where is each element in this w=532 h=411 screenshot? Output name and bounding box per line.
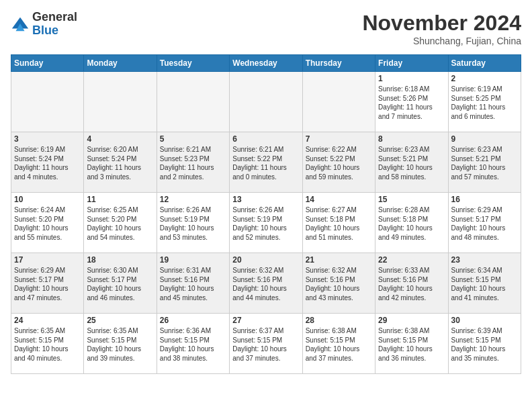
week-row-5: 24Sunrise: 6:35 AM Sunset: 5:15 PM Dayli… <box>11 314 521 374</box>
logo: General Blue <box>11 11 77 38</box>
weekday-header-thursday: Thursday <box>302 55 375 72</box>
day-cell-10: 10Sunrise: 6:24 AM Sunset: 5:20 PM Dayli… <box>11 193 84 253</box>
day-info: Sunrise: 6:23 AM Sunset: 5:21 PM Dayligh… <box>451 145 518 181</box>
weekday-header-monday: Monday <box>84 55 157 72</box>
day-cell-13: 13Sunrise: 6:26 AM Sunset: 5:19 PM Dayli… <box>230 193 302 253</box>
month-title: November 2024 <box>362 11 521 36</box>
day-number: 18 <box>87 255 153 265</box>
day-number: 16 <box>451 195 518 204</box>
day-cell-25: 25Sunrise: 6:35 AM Sunset: 5:15 PM Dayli… <box>84 314 157 374</box>
day-number: 4 <box>87 134 153 144</box>
empty-cell <box>230 72 302 132</box>
week-row-2: 3Sunrise: 6:19 AM Sunset: 5:24 PM Daylig… <box>11 132 521 193</box>
day-number: 26 <box>160 316 226 325</box>
day-number: 14 <box>306 195 372 204</box>
day-number: 27 <box>232 316 299 325</box>
day-number: 24 <box>14 316 81 325</box>
day-cell-21: 21Sunrise: 6:32 AM Sunset: 5:16 PM Dayli… <box>302 253 375 314</box>
day-cell-17: 17Sunrise: 6:29 AM Sunset: 5:17 PM Dayli… <box>11 253 84 314</box>
day-cell-26: 26Sunrise: 6:36 AM Sunset: 5:15 PM Dayli… <box>157 314 229 374</box>
page: General Blue November 2024 Shunchang, Fu… <box>0 0 532 385</box>
day-cell-4: 4Sunrise: 6:20 AM Sunset: 5:24 PM Daylig… <box>84 132 157 193</box>
day-number: 13 <box>232 195 299 204</box>
day-info: Sunrise: 6:25 AM Sunset: 5:20 PM Dayligh… <box>87 205 153 242</box>
day-info: Sunrise: 6:26 AM Sunset: 5:19 PM Dayligh… <box>232 205 299 242</box>
day-cell-18: 18Sunrise: 6:30 AM Sunset: 5:17 PM Dayli… <box>84 253 157 314</box>
day-number: 22 <box>378 255 445 265</box>
day-cell-15: 15Sunrise: 6:28 AM Sunset: 5:18 PM Dayli… <box>375 193 448 253</box>
day-info: Sunrise: 6:36 AM Sunset: 5:15 PM Dayligh… <box>160 326 226 363</box>
day-info: Sunrise: 6:32 AM Sunset: 5:16 PM Dayligh… <box>232 266 299 302</box>
day-number: 8 <box>378 134 445 144</box>
weekday-header-sunday: Sunday <box>11 55 84 72</box>
location: Shunchang, Fujian, China <box>362 36 521 46</box>
calendar: SundayMondayTuesdayWednesdayThursdayFrid… <box>11 54 521 374</box>
day-number: 3 <box>14 134 81 144</box>
weekday-header-tuesday: Tuesday <box>157 55 229 72</box>
weekday-header-saturday: Saturday <box>448 55 521 72</box>
day-number: 17 <box>14 255 81 265</box>
day-info: Sunrise: 6:29 AM Sunset: 5:17 PM Dayligh… <box>14 266 81 302</box>
weekday-header-row: SundayMondayTuesdayWednesdayThursdayFrid… <box>11 55 521 72</box>
day-info: Sunrise: 6:38 AM Sunset: 5:15 PM Dayligh… <box>378 326 445 363</box>
day-number: 28 <box>306 316 372 325</box>
day-info: Sunrise: 6:27 AM Sunset: 5:18 PM Dayligh… <box>306 205 372 242</box>
day-cell-28: 28Sunrise: 6:38 AM Sunset: 5:15 PM Dayli… <box>302 314 375 374</box>
day-cell-8: 8Sunrise: 6:23 AM Sunset: 5:21 PM Daylig… <box>375 132 448 193</box>
empty-cell <box>302 72 375 132</box>
day-cell-6: 6Sunrise: 6:21 AM Sunset: 5:22 PM Daylig… <box>230 132 302 193</box>
day-cell-2: 2Sunrise: 6:19 AM Sunset: 5:25 PM Daylig… <box>448 72 521 132</box>
empty-cell <box>84 72 157 132</box>
day-info: Sunrise: 6:19 AM Sunset: 5:24 PM Dayligh… <box>14 145 81 181</box>
day-number: 7 <box>306 134 372 144</box>
day-number: 1 <box>378 74 445 83</box>
day-number: 15 <box>378 195 445 204</box>
day-cell-24: 24Sunrise: 6:35 AM Sunset: 5:15 PM Dayli… <box>11 314 84 374</box>
day-info: Sunrise: 6:35 AM Sunset: 5:15 PM Dayligh… <box>87 326 153 363</box>
day-info: Sunrise: 6:28 AM Sunset: 5:18 PM Dayligh… <box>378 205 445 242</box>
day-number: 2 <box>451 74 518 83</box>
day-number: 29 <box>378 316 445 325</box>
day-number: 20 <box>232 255 299 265</box>
day-info: Sunrise: 6:30 AM Sunset: 5:17 PM Dayligh… <box>87 266 153 302</box>
day-info: Sunrise: 6:18 AM Sunset: 5:26 PM Dayligh… <box>378 85 445 121</box>
day-number: 25 <box>87 316 153 325</box>
day-info: Sunrise: 6:37 AM Sunset: 5:15 PM Dayligh… <box>232 326 299 363</box>
day-cell-9: 9Sunrise: 6:23 AM Sunset: 5:21 PM Daylig… <box>448 132 521 193</box>
logo-blue-text: Blue <box>32 24 77 38</box>
day-cell-5: 5Sunrise: 6:21 AM Sunset: 5:23 PM Daylig… <box>157 132 229 193</box>
day-info: Sunrise: 6:23 AM Sunset: 5:21 PM Dayligh… <box>378 145 445 181</box>
day-number: 5 <box>160 134 226 144</box>
day-number: 19 <box>160 255 226 265</box>
logo-general-text: General <box>32 11 77 24</box>
day-info: Sunrise: 6:34 AM Sunset: 5:15 PM Dayligh… <box>451 266 518 302</box>
day-number: 12 <box>160 195 226 204</box>
day-cell-16: 16Sunrise: 6:29 AM Sunset: 5:17 PM Dayli… <box>448 193 521 253</box>
day-info: Sunrise: 6:24 AM Sunset: 5:20 PM Dayligh… <box>14 205 81 242</box>
day-number: 30 <box>451 316 518 325</box>
day-info: Sunrise: 6:35 AM Sunset: 5:15 PM Dayligh… <box>14 326 81 363</box>
day-cell-1: 1Sunrise: 6:18 AM Sunset: 5:26 PM Daylig… <box>375 72 448 132</box>
day-cell-11: 11Sunrise: 6:25 AM Sunset: 5:20 PM Dayli… <box>84 193 157 253</box>
weekday-header-wednesday: Wednesday <box>230 55 302 72</box>
day-number: 23 <box>451 255 518 265</box>
week-row-1: 1Sunrise: 6:18 AM Sunset: 5:26 PM Daylig… <box>11 72 521 132</box>
day-info: Sunrise: 6:39 AM Sunset: 5:15 PM Dayligh… <box>451 326 518 363</box>
day-number: 9 <box>451 134 518 144</box>
day-cell-20: 20Sunrise: 6:32 AM Sunset: 5:16 PM Dayli… <box>230 253 302 314</box>
day-cell-7: 7Sunrise: 6:22 AM Sunset: 5:22 PM Daylig… <box>302 132 375 193</box>
logo-text: General Blue <box>32 11 77 38</box>
week-row-3: 10Sunrise: 6:24 AM Sunset: 5:20 PM Dayli… <box>11 193 521 253</box>
day-cell-29: 29Sunrise: 6:38 AM Sunset: 5:15 PM Dayli… <box>375 314 448 374</box>
day-cell-19: 19Sunrise: 6:31 AM Sunset: 5:16 PM Dayli… <box>157 253 229 314</box>
day-cell-3: 3Sunrise: 6:19 AM Sunset: 5:24 PM Daylig… <box>11 132 84 193</box>
day-info: Sunrise: 6:22 AM Sunset: 5:22 PM Dayligh… <box>306 145 372 181</box>
day-info: Sunrise: 6:29 AM Sunset: 5:17 PM Dayligh… <box>451 205 518 242</box>
empty-cell <box>11 72 84 132</box>
header: General Blue November 2024 Shunchang, Fu… <box>11 11 521 46</box>
logo-icon <box>11 15 30 34</box>
day-info: Sunrise: 6:38 AM Sunset: 5:15 PM Dayligh… <box>306 326 372 363</box>
day-cell-23: 23Sunrise: 6:34 AM Sunset: 5:15 PM Dayli… <box>448 253 521 314</box>
title-section: November 2024 Shunchang, Fujian, China <box>362 11 521 46</box>
week-row-4: 17Sunrise: 6:29 AM Sunset: 5:17 PM Dayli… <box>11 253 521 314</box>
